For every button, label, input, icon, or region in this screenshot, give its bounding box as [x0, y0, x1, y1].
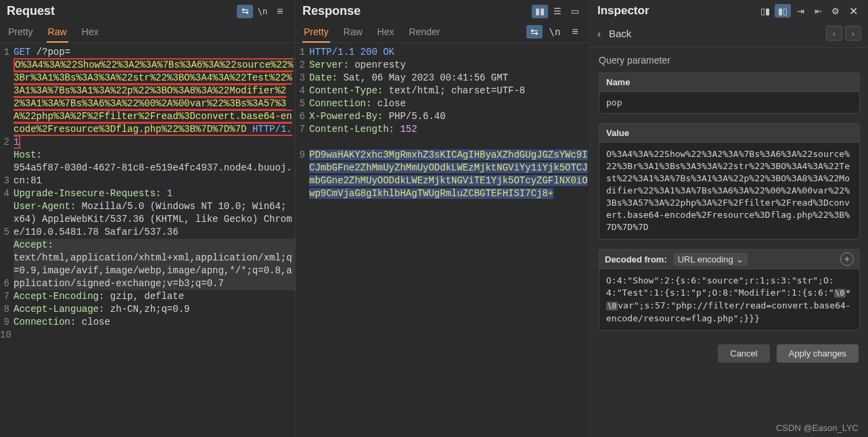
back-button[interactable]: ‹ Back — [597, 28, 631, 39]
cancel-button[interactable]: Cancel — [718, 344, 769, 363]
chevron-down-icon: ⌄ — [736, 254, 744, 264]
encoding-select[interactable]: URL encoding ⌄ — [674, 253, 748, 266]
next-button[interactable]: › — [845, 26, 861, 41]
chevron-left-icon: ‹ — [597, 28, 601, 39]
tab-hex[interactable]: Hex — [376, 24, 396, 43]
decoded-label: Decoded from: — [605, 254, 667, 264]
layout-left-icon[interactable]: ▯▮ — [757, 4, 773, 18]
value-field[interactable]: O%3A4%3A%22Show%22%3A2%3A%7Bs%3A6%3A%22s… — [599, 143, 860, 239]
expand-icon[interactable]: ⇤ — [810, 4, 826, 18]
request-body[interactable]: 1 2 34 5 678910 GET /?pop=O%3A4%3A%22Sho… — [0, 43, 295, 437]
prev-button[interactable]: ‹ — [826, 26, 842, 41]
tab-pretty[interactable]: Pretty — [302, 24, 330, 43]
newline-icon[interactable]: \n — [547, 25, 563, 39]
inspector-title: Inspector — [597, 4, 649, 18]
response-title: Response — [302, 4, 361, 18]
menu-icon[interactable] — [272, 5, 288, 18]
add-encoding-button[interactable]: ＋ — [840, 252, 854, 266]
tab-pretty[interactable]: Pretty — [7, 24, 35, 43]
decoded-header: Decoded from: URL encoding ⌄ ＋ — [599, 249, 860, 269]
watermark: CSDN @Eason_LYC — [776, 423, 859, 433]
tab-hex[interactable]: Hex — [81, 24, 100, 43]
newline-icon[interactable]: \n — [254, 5, 271, 18]
layout-right-icon[interactable]: ▮▯ — [775, 4, 791, 18]
layout-top-icon[interactable]: ☰ — [549, 5, 566, 18]
response-panel: Response ▮▮ ☰ ▭ Pretty Raw Hex Render ⇆ … — [296, 0, 591, 437]
menu-icon[interactable] — [567, 25, 583, 39]
request-header: Request ⇆ \n — [0, 0, 295, 21]
request-panel: Request ⇆ \n Pretty Raw Hex 1 2 34 5 678… — [0, 0, 296, 437]
close-icon[interactable]: ✕ — [845, 4, 861, 18]
tab-raw[interactable]: Raw — [342, 24, 364, 43]
response-header: Response ▮▮ ☰ ▭ — [296, 0, 590, 21]
gear-icon[interactable]: ⚙ — [827, 4, 844, 18]
name-field[interactable]: pop — [599, 92, 860, 114]
layout-columns-icon[interactable]: ▮▮ — [532, 5, 548, 18]
section-label: Query parameter — [599, 55, 860, 66]
name-label: Name — [599, 72, 860, 92]
inspector-header: Inspector ▯▮ ▮▯ ⇥ ⇤ ⚙ ✕ — [591, 0, 868, 19]
request-tabs: Pretty Raw Hex — [0, 21, 295, 43]
layout-single-icon[interactable]: ▭ — [567, 5, 583, 18]
tab-render[interactable]: Render — [408, 24, 442, 43]
inspector-panel: Inspector ▯▮ ▮▯ ⇥ ⇤ ⚙ ✕ ‹ Back ‹ › Query… — [591, 0, 868, 437]
value-label: Value — [599, 123, 860, 143]
tab-raw[interactable]: Raw — [47, 24, 68, 43]
response-tabs: Pretty Raw Hex Render ⇆ \n — [296, 21, 590, 43]
apply-button[interactable]: Apply changes — [777, 344, 859, 363]
collapse-icon[interactable]: ⇥ — [792, 4, 808, 18]
toggle-icon[interactable]: ⇆ — [526, 25, 543, 39]
response-body[interactable]: 1234567 9 HTTP/1.1 200 OKServer: openres… — [296, 43, 590, 437]
request-title: Request — [7, 4, 55, 18]
decoded-field[interactable]: O:4:"Show":2:{s:6:"source";r:1;s:3:"str"… — [599, 269, 860, 331]
toggle-icon[interactable]: ⇆ — [237, 5, 253, 18]
